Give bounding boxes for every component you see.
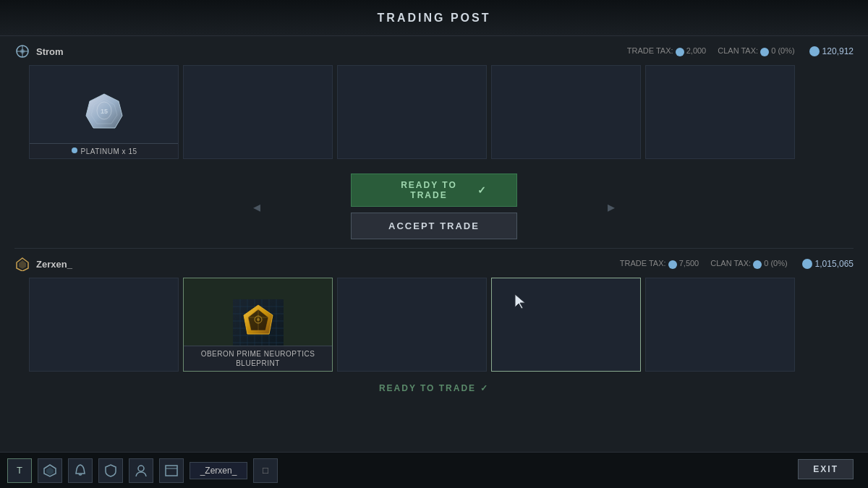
accept-trade-button[interactable]: ACCEPT TRADE (351, 213, 517, 239)
bottom-btn-extra[interactable]: □ (253, 458, 278, 483)
plat-icon-clan2 (753, 260, 762, 269)
svg-marker-10 (19, 260, 26, 269)
player2-platinum: 1,015,065 (802, 259, 854, 269)
player2-tax: TRADE TAX: 7,500 CLAN TAX: 0 (0%) (620, 259, 788, 268)
bottom-bar: T _Zerxen_ □ EXIT (0, 452, 868, 488)
svg-point-29 (257, 318, 260, 321)
arrow-left-icon: ◂ (253, 198, 260, 215)
player1-slot-1[interactable]: 15 PLATINUM x 15 (29, 65, 179, 159)
bottom-btn-bell[interactable] (68, 458, 93, 483)
player1-header: Strom TRADE TAX: 2,000 CLAN TAX: 0 (0%) (14, 43, 854, 59)
ready-check-icon: ✓ (480, 383, 489, 393)
player1-tax: TRADE TAX: 2,000 CLAN TAX: 0 (0%) (627, 46, 795, 56)
plat-icon-tax2 (668, 260, 677, 269)
main-content: Strom TRADE TAX: 2,000 CLAN TAX: 0 (0%) (0, 36, 868, 484)
page-title: TRADING POST (378, 12, 491, 25)
svg-marker-30 (515, 294, 525, 309)
player2-stats: TRADE TAX: 7,500 CLAN TAX: 0 (0%) 1,015,… (620, 259, 854, 269)
player2-header: Zerxen_ TRADE TAX: 7,500 CLAN TAX: 0 (0%… (14, 256, 854, 272)
bottom-btn-warframe[interactable] (38, 458, 62, 483)
player1-slot-5[interactable] (645, 65, 795, 159)
ready-checkmark-icon: ✓ (477, 184, 488, 196)
player1-slot-4[interactable] (491, 65, 641, 159)
plat-icon-amount1 (809, 46, 820, 56)
svg-point-33 (138, 466, 144, 471)
blueprint-item-icon (233, 299, 284, 350)
player2-name: Zerxen_ (14, 256, 72, 272)
player1-item-grid: 15 PLATINUM x 15 (14, 65, 854, 159)
plat-icon-amount2 (802, 259, 812, 269)
player2-slot-2-label: OBERON PRIME NEUROPTICS BLUEPRINT (184, 346, 332, 371)
exit-button[interactable]: EXIT (798, 459, 854, 479)
top-bar: TRADING POST (0, 0, 868, 36)
player1-platinum: 120,912 (809, 46, 854, 56)
player1-icon (14, 43, 30, 59)
username-display[interactable]: _Zerxen_ (190, 462, 247, 479)
plat-icon-tax1 (676, 48, 684, 56)
plat-icon-clan1 (760, 48, 769, 56)
svg-text:15: 15 (100, 108, 107, 115)
player2-slot-5[interactable] (645, 278, 795, 372)
ready-to-trade-button[interactable]: READY TO TRADE ✓ (351, 174, 517, 207)
svg-marker-32 (46, 467, 54, 475)
player2-icon (14, 256, 30, 272)
svg-point-3 (20, 49, 25, 53)
svg-point-8 (72, 147, 77, 153)
player1-stats: TRADE TAX: 2,000 CLAN TAX: 0 (0%) 120,91… (627, 46, 854, 56)
player1-slot-3[interactable] (337, 65, 487, 159)
player2-slot-1[interactable] (29, 278, 179, 372)
player2-slot-3[interactable] (337, 278, 487, 372)
plat-icon-small (71, 147, 78, 155)
player2-slot-2[interactable]: OBERON PRIME NEUROPTICS BLUEPRINT (183, 278, 333, 372)
player1-slot-2[interactable] (183, 65, 333, 159)
bottom-btn-shield[interactable] (98, 458, 123, 483)
platinum-item-icon: 15 (82, 90, 126, 134)
bottom-btn-trade[interactable] (159, 458, 184, 483)
player1-section: Strom TRADE TAX: 2,000 CLAN TAX: 0 (0%) (0, 36, 868, 165)
player1-name: Strom (14, 43, 64, 59)
arrow-right-icon: ▸ (608, 198, 615, 215)
player2-ready-status: READY TO TRADE ✓ (0, 377, 868, 393)
player2-section: Zerxen_ TRADE TAX: 7,500 CLAN TAX: 0 (0%… (0, 249, 868, 377)
trade-actions: ◂ READY TO TRADE ✓ ACCEPT TRADE ▸ (0, 165, 868, 248)
svg-rect-34 (166, 466, 177, 476)
player1-slot-1-label: PLATINUM x 15 (30, 143, 178, 158)
bottom-btn-t[interactable]: T (7, 458, 32, 483)
cursor-icon (514, 293, 528, 313)
bottom-btn-profile[interactable] (129, 458, 153, 483)
player2-item-grid: OBERON PRIME NEUROPTICS BLUEPRINT (14, 278, 854, 372)
player2-slot-4[interactable] (491, 278, 641, 372)
